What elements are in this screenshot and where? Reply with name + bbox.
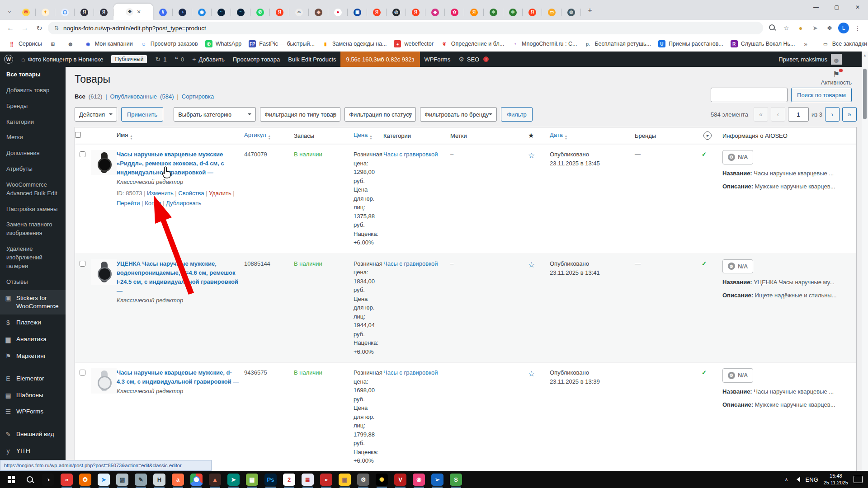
language-indicator[interactable]: ENG <box>806 476 818 483</box>
sidebar-submenu-item[interactable]: Метки <box>0 130 66 145</box>
column-price[interactable]: Цена <box>354 131 368 138</box>
browser-menu-icon[interactable]: ⋮ <box>852 24 863 32</box>
featured-star-toggle[interactable]: ☆ <box>528 150 550 162</box>
activity-widget[interactable]: ⚑ Активность <box>821 70 852 86</box>
sidebar-menu-item[interactable]: y YITH <box>0 443 66 460</box>
browser-tab[interactable]: ❖ ✕ <box>113 4 153 20</box>
browser-tab[interactable]: ▢ <box>55 5 75 20</box>
taskbar-app-icon[interactable]: ◑ <box>39 471 57 488</box>
notification-center-icon[interactable] <box>854 476 863 483</box>
extension-icon[interactable]: ➤ <box>809 24 821 32</box>
browser-tab[interactable]: ● <box>328 5 348 20</box>
tray-chevron-icon[interactable]: ∧ <box>785 477 788 483</box>
comments-menu[interactable]: ❝ 0 <box>170 52 188 67</box>
sidebar-submenu-item[interactable]: Атрибуты <box>0 161 66 177</box>
bookmark-item[interactable]: ▮ Замена одежды на... <box>318 38 391 49</box>
user-avatar[interactable]: ☻ <box>831 54 842 65</box>
volume-icon[interactable] <box>794 477 800 482</box>
taskbar-app-icon[interactable]: ➤ <box>94 471 113 488</box>
bookmark-item[interactable]: ◔ MnogoChernil.ru : C... <box>508 38 580 49</box>
sidebar-menu-item[interactable]: $ Платежи <box>0 314 66 331</box>
product-type-filter-select[interactable]: Фильтрация по типу товар <box>260 107 340 122</box>
featured-star-toggle[interactable]: ☆ <box>528 368 550 380</box>
wp-logo-menu[interactable]: W <box>0 52 17 67</box>
browser-tab[interactable]: ✆ <box>250 5 270 20</box>
browser-tab[interactable]: ✦ <box>36 5 55 20</box>
view-product-menu[interactable]: Просмотр товара <box>229 52 284 67</box>
taskbar-app-icon[interactable]: Ps <box>261 471 280 488</box>
next-page-button[interactable]: › <box>825 107 840 122</box>
bookmark-item[interactable]: p. Бесплатная ретушь... <box>580 38 655 49</box>
row-checkbox[interactable] <box>80 151 85 157</box>
taskbar-app-icon[interactable]: S <box>447 471 465 488</box>
extension-icon[interactable]: ● <box>795 24 807 32</box>
vertical-scrollbar[interactable]: ▲ <box>862 52 868 471</box>
tab-close-icon[interactable]: ✕ <box>137 9 141 15</box>
browser-tab[interactable]: Я <box>75 5 94 20</box>
taskbar-app-icon[interactable]: ≣ <box>298 471 317 488</box>
bookmark-item[interactable]: U Приемы расстанов... <box>655 38 727 49</box>
sidebar-submenu-item[interactable]: Все товары <box>0 67 66 83</box>
product-title-link[interactable]: Часы наручные кварцевые мужские, d-4.3 с… <box>117 368 240 386</box>
extensions-puzzle-icon[interactable]: ❖ <box>824 24 835 32</box>
quick-edit-link[interactable]: Свойства <box>178 190 204 197</box>
taskbar-search-button[interactable] <box>20 471 39 488</box>
bookmark-item[interactable]: ◉ Мои кампании <box>81 38 137 49</box>
new-tab-button[interactable]: + <box>584 4 596 17</box>
taskbar-app-icon[interactable]: ▣ <box>335 471 354 488</box>
taskbar-app-icon[interactable]: ✪ <box>76 471 94 488</box>
bookmark-item[interactable]: ⊞ <box>46 38 63 49</box>
bookmarks-overflow-icon[interactable]: » <box>800 41 811 47</box>
browser-tab[interactable]: ~ <box>231 5 250 20</box>
column-sku[interactable]: Артикул <box>244 131 266 138</box>
browser-tab[interactable]: Я <box>464 5 484 20</box>
copy-link[interactable]: Копия <box>145 200 161 206</box>
taskbar-app-icon[interactable]: ⚙ <box>354 471 373 488</box>
bookmark-star-icon[interactable]: ☆ <box>780 24 792 32</box>
forward-icon[interactable]: → <box>19 24 31 32</box>
product-thumbnail[interactable] <box>91 259 117 285</box>
product-thumbnail[interactable] <box>91 150 117 175</box>
current-page-input[interactable] <box>788 107 809 122</box>
last-page-button[interactable]: » <box>842 107 857 122</box>
sidebar-submenu-item[interactable]: Категории <box>0 114 66 130</box>
bookmark-item[interactable]: R Слушать Вокал Нь... <box>727 38 799 49</box>
sidebar-submenu-item[interactable]: Настройки замены <box>0 202 66 217</box>
view-all-link[interactable]: Все <box>75 93 85 100</box>
filter-button[interactable]: Фильтр <box>501 107 533 122</box>
browser-tab[interactable]: Я <box>270 5 289 20</box>
scroll-up-arrow-icon[interactable]: ▲ <box>862 52 868 57</box>
taskbar-app-icon[interactable]: ➤ <box>224 471 243 488</box>
sidebar-submenu-item[interactable]: Замена главного изображения <box>0 217 66 241</box>
bookmark-item[interactable]: ⣿ Сервисы <box>5 38 46 49</box>
taskbar-app-icon[interactable]: V <box>391 471 410 488</box>
taskbar-app-icon[interactable] <box>187 471 206 488</box>
taskbar-app-icon[interactable]: ✎ <box>132 471 150 488</box>
updates-menu[interactable]: ↻ 1 <box>151 52 170 67</box>
browser-tab[interactable]: ◍ <box>561 5 581 20</box>
browser-tab[interactable]: ∞ <box>289 5 309 20</box>
category-link[interactable]: Часы с гравировкой <box>383 260 438 267</box>
sidebar-submenu-item[interactable]: Дополнения <box>0 145 66 161</box>
category-filter-select[interactable]: Выбрать категорию <box>174 107 256 122</box>
bookmark-item[interactable]: FP FastPic — быстрый... <box>245 38 318 49</box>
start-button[interactable] <box>2 471 20 488</box>
aioseo-score-badge[interactable]: ⚙N/A <box>722 368 753 383</box>
product-thumbnail[interactable] <box>91 368 117 394</box>
search-input[interactable] <box>711 88 788 102</box>
taskbar-app-icon[interactable]: « <box>317 471 335 488</box>
bookmark-item[interactable]: ◕ webeffector <box>390 38 437 49</box>
browser-tab[interactable]: Я <box>406 5 425 20</box>
row-checkbox[interactable] <box>80 261 85 267</box>
taskbar-app-icon[interactable]: H <box>150 471 169 488</box>
browser-tab[interactable]: Я <box>367 5 387 20</box>
product-title-link[interactable]: УЦЕНКА Часы наручные мужские, водонепрон… <box>117 259 240 296</box>
brand-filter-select[interactable]: Фильтровать по бренду <box>420 107 497 122</box>
wpforms-menu[interactable]: WPForms <box>420 52 454 67</box>
taskbar-app-icon[interactable]: ❀ <box>410 471 428 488</box>
bookmark-item[interactable]: ❦ Определение и бл... <box>437 38 508 49</box>
stock-status-filter-select[interactable]: Фильтрация по статусу <box>344 107 416 122</box>
taskbar-app-icon[interactable]: ▤ <box>243 471 261 488</box>
sidebar-submenu-item[interactable]: WooCommerce Advanced Bulk Edit <box>0 177 66 202</box>
taskbar-app-icon[interactable]: ▨ <box>113 471 132 488</box>
